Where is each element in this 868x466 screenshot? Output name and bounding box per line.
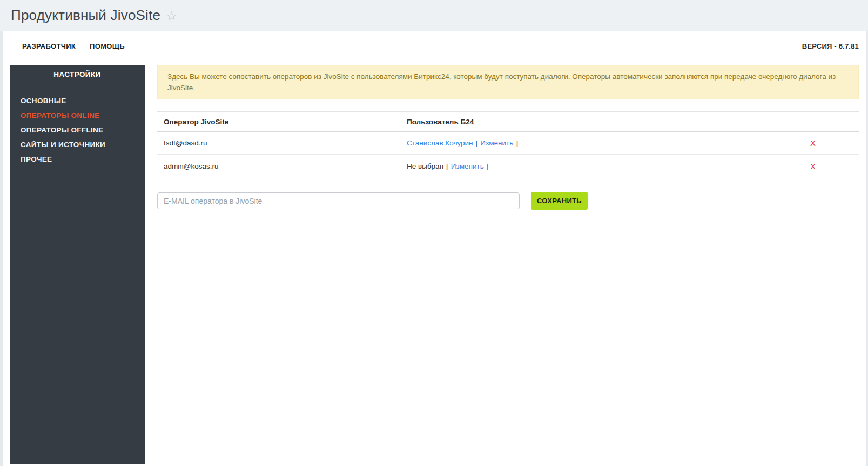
bracket-open: [	[446, 162, 448, 170]
version-label: ВЕРСИЯ - 6.7.81	[802, 42, 859, 50]
page-header: Продуктивный JivoSite ☆	[0, 0, 868, 31]
table-bottom-divider	[157, 177, 859, 185]
column-header-operator: Оператор JivoSite	[157, 118, 400, 126]
bracket-open: [	[476, 139, 478, 147]
favorite-star-icon[interactable]: ☆	[166, 10, 177, 22]
operator-email-input[interactable]	[157, 192, 520, 209]
user-cell: Станислав Кочурин[Изменить]	[400, 139, 767, 147]
app-panel: РАЗРАБОТЧИК ПОМОЩЬ ВЕРСИЯ - 6.7.81 НАСТР…	[3, 31, 866, 466]
operator-email: admin@kosas.ru	[157, 162, 400, 170]
sidebar-item-operators-online[interactable]: ОПЕРАТОРЫ ONLINE	[10, 108, 145, 123]
sidebar-nav: ОСНОВНЫЕ ОПЕРАТОРЫ ONLINE ОПЕРАТОРЫ OFFL…	[10, 84, 145, 167]
user-name-link[interactable]: Станислав Кочурин	[407, 139, 473, 147]
sidebar-header: НАСТРОЙКИ	[10, 65, 145, 84]
bracket-close: ]	[516, 139, 518, 147]
table-row: fsdf@dasd.ru Станислав Кочурин[Изменить]…	[157, 132, 859, 155]
operators-table: Оператор JivoSite Пользователь Б24 fsdf@…	[157, 111, 859, 210]
app-top-menu: РАЗРАБОТЧИК ПОМОЩЬ	[22, 42, 125, 53]
settings-sidebar: НАСТРОЙКИ ОСНОВНЫЕ ОПЕРАТОРЫ ONLINE ОПЕР…	[10, 65, 145, 464]
info-banner: Здесь Вы можете сопоставить операторов и…	[157, 65, 859, 99]
delete-operator-button[interactable]: X	[810, 138, 816, 148]
table-header-row: Оператор JivoSite Пользователь Б24	[157, 111, 859, 132]
delete-operator-button[interactable]: X	[810, 162, 816, 171]
help-menu-item[interactable]: ПОМОЩЬ	[90, 42, 125, 53]
add-operator-form: СОХРАНИТЬ	[157, 185, 859, 210]
edit-link[interactable]: Изменить	[480, 139, 513, 147]
edit-link[interactable]: Изменить	[451, 162, 484, 170]
page-title: Продуктивный JivoSite	[11, 7, 160, 24]
actions-cell: X	[767, 138, 859, 148]
user-name-plain: Не выбран	[407, 162, 443, 170]
developer-menu-item[interactable]: РАЗРАБОТЧИК	[22, 42, 76, 53]
bracket-close: ]	[487, 162, 489, 170]
operator-email: fsdf@dasd.ru	[157, 139, 400, 147]
column-header-user: Пользователь Б24	[400, 118, 767, 126]
actions-cell: X	[767, 162, 859, 171]
main-content: Здесь Вы можете сопоставить операторов и…	[157, 65, 859, 210]
sidebar-item-sites-sources[interactable]: САЙТЫ И ИСТОЧНИКИ	[10, 137, 145, 152]
sidebar-item-other[interactable]: ПРОЧЕЕ	[10, 152, 145, 167]
table-row: admin@kosas.ru Не выбран[Изменить] X	[157, 155, 859, 177]
sidebar-item-main[interactable]: ОСНОВНЫЕ	[10, 94, 145, 108]
save-button[interactable]: СОХРАНИТЬ	[531, 192, 588, 210]
user-cell: Не выбран[Изменить]	[400, 162, 767, 170]
sidebar-item-operators-offline[interactable]: ОПЕРАТОРЫ OFFLINE	[10, 123, 145, 137]
